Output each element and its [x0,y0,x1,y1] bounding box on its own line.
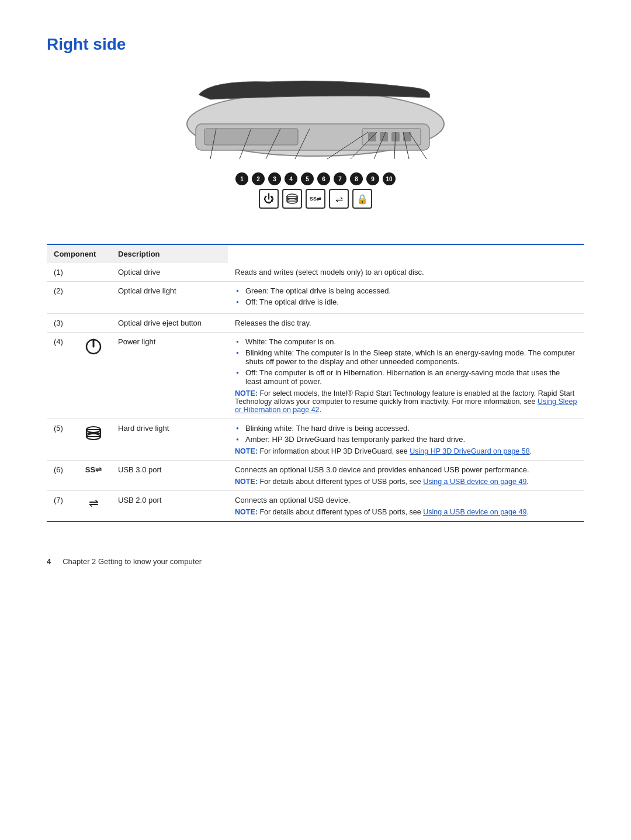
note-link[interactable]: Using HP 3D DriveGuard on page 58 [410,447,529,455]
table-row: (1)Optical driveReads and writes (select… [47,263,584,282]
note-text: For details about different types of USB… [259,508,423,516]
row-icon-3 [76,314,111,333]
row-icon-2 [76,282,111,314]
note-label: NOTE: [235,478,258,486]
note-block: NOTE: For select models, the Intel® Rapi… [235,389,577,414]
badge-9: 9 [366,172,379,185]
table-row: (6)SS⇌USB 3.0 portConnects an optional U… [47,461,584,491]
table-row: (4)Power lightWhite: The computer is on.… [47,333,584,419]
table-row: (2)Optical drive lightGreen: The optical… [47,282,584,314]
col-header-component: Component [47,244,111,263]
row-icon-1 [76,263,111,282]
row-desc-6: Connects an optional USB 3.0 device and … [228,461,584,491]
svg-rect-2 [204,129,298,145]
note-label: NOTE: [235,447,258,455]
row-component-3: Optical drive eject button [111,314,228,333]
badge-5: 5 [301,172,314,185]
col-header-description: Description [111,244,228,263]
row-num-4: (4) [47,333,76,419]
row-desc-2: Green: The optical drive is being access… [228,282,584,314]
badge-10: 10 [383,172,396,185]
page-footer: 4 Chapter 2 Getting to know your compute… [47,557,584,566]
icon-badges-row: ⏻ SS⇌ ⇌ 🔒 [164,189,467,209]
table-header-row: Component Description [47,244,584,263]
row-desc-3: Releases the disc tray. [228,314,584,333]
note-label: NOTE: [235,389,258,397]
bullet-item: Green: The optical drive is being access… [235,286,577,295]
desc-text: Releases the disc tray. [235,319,311,327]
row-component-6: USB 3.0 port [111,461,228,491]
row-icon-5 [76,419,111,461]
desc-text: Connects an optional USB device. [235,496,350,504]
row-num-2: (2) [47,282,76,314]
row-num-1: (1) [47,263,76,282]
note-block: NOTE: For details about different types … [235,478,577,486]
bullet-item: Blinking white: The hard drive is being … [235,424,577,433]
row-component-4: Power light [111,333,228,419]
row-icon-7: ⇌ [76,491,111,522]
badge-6: 6 [317,172,330,185]
note-text: For details about different types of USB… [259,478,423,486]
note-text: For information about HP 3D DriveGuard, … [259,447,410,455]
footer-chapter: Chapter 2 Getting to know your computer [63,557,202,566]
page-title: Right side [47,35,584,54]
row-desc-7: Connects an optional USB device. NOTE: F… [228,491,584,522]
note-link[interactable]: Using a USB device on page 49 [423,508,526,516]
bullet-item: Off: The computer is off or in Hibernati… [235,368,577,386]
number-badges: 1 2 3 4 5 6 7 8 9 10 [164,172,467,185]
table-row: (3)Optical drive eject buttonReleases th… [47,314,584,333]
row-num-6: (6) [47,461,76,491]
badge-3: 3 [268,172,281,185]
row-icon-6: SS⇌ [76,461,111,491]
badge-1: 1 [235,172,248,185]
badge-7: 7 [334,172,346,185]
table-row: (5) Hard drive lightBlinking white: The … [47,419,584,461]
row-component-5: Hard drive light [111,419,228,461]
laptop-diagram: 1 2 3 4 5 6 7 8 9 10 ⏻ SS⇌ ⇌ 🔒 [164,77,467,220]
note-block: NOTE: For details about different types … [235,508,577,516]
row-desc-1: Reads and writes (select models only) to… [228,263,584,282]
badge-2: 2 [252,172,265,185]
bullet-item: White: The computer is on. [235,337,577,346]
desc-text: Connects an optional USB 3.0 device and … [235,465,529,474]
laptop-side-svg [164,77,467,171]
row-icon-4 [76,333,111,419]
bullet-item: Blinking white: The computer is in the S… [235,348,577,366]
row-component-1: Optical drive [111,263,228,282]
icon-badge-hdd [282,189,302,209]
icon-badge-usb2: ⇌ [329,189,349,209]
footer-page-num: 4 [47,557,51,566]
badge-4: 4 [285,172,297,185]
badge-8: 8 [350,172,363,185]
svg-rect-21 [287,199,297,201]
icon-badge-usb3: SS⇌ [306,189,325,209]
row-component-2: Optical drive light [111,282,228,314]
row-desc-5: Blinking white: The hard drive is being … [228,419,584,461]
desc-text: Reads and writes (select models only) to… [235,268,424,276]
note-text: For select models, the Intel® Rapid Star… [235,389,574,406]
component-table: Component Description (1)Optical driveRe… [47,244,584,522]
diagram-area: 1 2 3 4 5 6 7 8 9 10 ⏻ SS⇌ ⇌ 🔒 [47,71,584,226]
row-desc-4: White: The computer is on.Blinking white… [228,333,584,419]
row-num-7: (7) [47,491,76,522]
table-row: (7)⇌USB 2.0 portConnects an optional USB… [47,491,584,522]
note-label: NOTE: [235,508,258,516]
bullet-item: Amber: HP 3D DriveGuard has temporarily … [235,435,577,444]
icon-badge-lock: 🔒 [352,189,372,209]
row-component-7: USB 2.0 port [111,491,228,522]
bullet-item: Off: The optical drive is idle. [235,298,577,306]
icon-badge-power: ⏻ [259,189,279,209]
row-num-5: (5) [47,419,76,461]
note-block: NOTE: For information about HP 3D DriveG… [235,447,577,455]
note-link[interactable]: Using a USB device on page 49 [423,478,526,486]
row-num-3: (3) [47,314,76,333]
